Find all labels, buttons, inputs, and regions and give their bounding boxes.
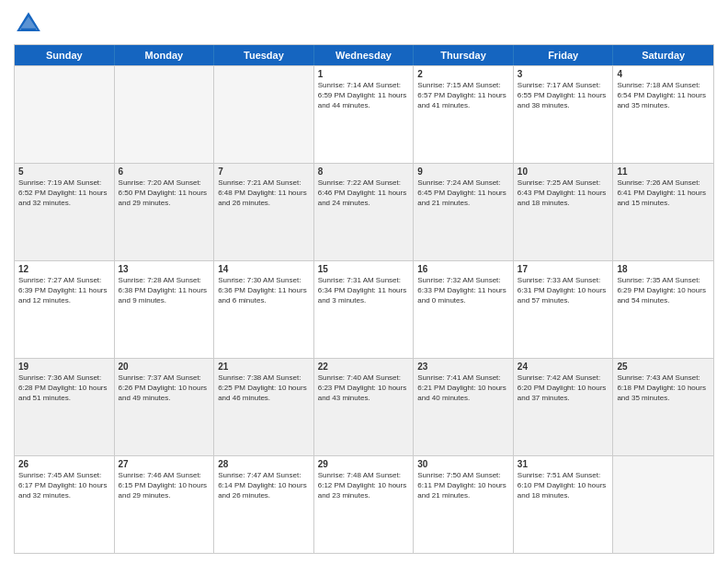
day-info-14: Sunrise: 7:30 AM Sunset: 6:36 PM Dayligh… xyxy=(218,276,310,305)
day-info-23: Sunrise: 7:41 AM Sunset: 6:21 PM Dayligh… xyxy=(417,373,509,403)
day-info-28: Sunrise: 7:47 AM Sunset: 6:14 PM Dayligh… xyxy=(218,471,310,500)
calendar: SundayMondayTuesdayWednesdayThursdayFrid… xyxy=(14,44,714,554)
day-cell-31: 31Sunrise: 7:51 AM Sunset: 6:10 PM Dayli… xyxy=(514,456,614,553)
day-cell-4: 4Sunrise: 7:18 AM Sunset: 6:54 PM Daylig… xyxy=(613,66,713,163)
day-number-7: 7 xyxy=(218,167,310,177)
day-cell-26: 26Sunrise: 7:45 AM Sunset: 6:17 PM Dayli… xyxy=(15,456,115,553)
day-info-26: Sunrise: 7:45 AM Sunset: 6:17 PM Dayligh… xyxy=(18,471,110,500)
day-number-16: 16 xyxy=(417,264,509,274)
day-info-27: Sunrise: 7:46 AM Sunset: 6:15 PM Dayligh… xyxy=(119,471,210,500)
day-cell-12: 12Sunrise: 7:27 AM Sunset: 6:39 PM Dayli… xyxy=(15,261,115,358)
day-cell-10: 10Sunrise: 7:25 AM Sunset: 6:43 PM Dayli… xyxy=(514,164,614,260)
day-info-19: Sunrise: 7:36 AM Sunset: 6:28 PM Dayligh… xyxy=(18,373,110,403)
day-cell-7: 7Sunrise: 7:21 AM Sunset: 6:48 PM Daylig… xyxy=(214,164,314,260)
day-cell-5: 5Sunrise: 7:19 AM Sunset: 6:52 PM Daylig… xyxy=(15,164,115,260)
day-info-7: Sunrise: 7:21 AM Sunset: 6:48 PM Dayligh… xyxy=(218,178,310,208)
day-info-2: Sunrise: 7:15 AM Sunset: 6:57 PM Dayligh… xyxy=(417,81,509,110)
day-cell-9: 9Sunrise: 7:24 AM Sunset: 6:45 PM Daylig… xyxy=(414,164,514,260)
day-info-31: Sunrise: 7:51 AM Sunset: 6:10 PM Dayligh… xyxy=(518,471,609,500)
calendar-header: SundayMondayTuesdayWednesdayThursdayFrid… xyxy=(15,45,713,65)
calendar-body: 1Sunrise: 7:14 AM Sunset: 6:59 PM Daylig… xyxy=(15,65,713,553)
logo-icon xyxy=(14,9,43,39)
day-number-26: 26 xyxy=(18,459,110,469)
calendar-week-5: 26Sunrise: 7:45 AM Sunset: 6:17 PM Dayli… xyxy=(15,455,713,553)
day-number-28: 28 xyxy=(218,459,310,469)
day-number-10: 10 xyxy=(518,167,609,177)
day-number-31: 31 xyxy=(518,459,609,469)
day-cell-2: 2Sunrise: 7:15 AM Sunset: 6:57 PM Daylig… xyxy=(414,66,514,163)
calendar-week-2: 5Sunrise: 7:19 AM Sunset: 6:52 PM Daylig… xyxy=(15,163,713,260)
day-number-30: 30 xyxy=(417,459,509,469)
calendar-week-3: 12Sunrise: 7:27 AM Sunset: 6:39 PM Dayli… xyxy=(15,260,713,358)
day-info-18: Sunrise: 7:35 AM Sunset: 6:29 PM Dayligh… xyxy=(617,276,710,305)
day-cell-27: 27Sunrise: 7:46 AM Sunset: 6:15 PM Dayli… xyxy=(115,456,215,553)
day-info-11: Sunrise: 7:26 AM Sunset: 6:41 PM Dayligh… xyxy=(617,178,710,208)
day-number-23: 23 xyxy=(417,362,509,372)
weekday-header-tuesday: Tuesday xyxy=(214,45,314,65)
day-number-11: 11 xyxy=(617,167,710,177)
day-number-3: 3 xyxy=(518,69,609,79)
day-info-25: Sunrise: 7:43 AM Sunset: 6:18 PM Dayligh… xyxy=(617,373,710,403)
day-number-2: 2 xyxy=(417,69,509,79)
day-info-10: Sunrise: 7:25 AM Sunset: 6:43 PM Dayligh… xyxy=(518,178,609,208)
day-number-4: 4 xyxy=(617,69,710,79)
day-cell-3: 3Sunrise: 7:17 AM Sunset: 6:55 PM Daylig… xyxy=(514,66,614,163)
day-info-20: Sunrise: 7:37 AM Sunset: 6:26 PM Dayligh… xyxy=(119,373,210,403)
day-number-8: 8 xyxy=(318,167,410,177)
day-number-29: 29 xyxy=(318,459,410,469)
empty-cell xyxy=(15,66,115,163)
day-info-29: Sunrise: 7:48 AM Sunset: 6:12 PM Dayligh… xyxy=(318,471,410,500)
weekday-header-sunday: Sunday xyxy=(15,45,115,65)
day-number-14: 14 xyxy=(218,264,310,274)
day-cell-28: 28Sunrise: 7:47 AM Sunset: 6:14 PM Dayli… xyxy=(214,456,314,553)
day-info-17: Sunrise: 7:33 AM Sunset: 6:31 PM Dayligh… xyxy=(518,276,609,305)
day-cell-29: 29Sunrise: 7:48 AM Sunset: 6:12 PM Dayli… xyxy=(314,456,415,553)
day-info-30: Sunrise: 7:50 AM Sunset: 6:11 PM Dayligh… xyxy=(417,471,509,500)
day-cell-13: 13Sunrise: 7:28 AM Sunset: 6:38 PM Dayli… xyxy=(115,261,215,358)
day-number-25: 25 xyxy=(617,362,710,372)
day-cell-14: 14Sunrise: 7:30 AM Sunset: 6:36 PM Dayli… xyxy=(214,261,314,358)
day-cell-22: 22Sunrise: 7:40 AM Sunset: 6:23 PM Dayli… xyxy=(314,359,415,455)
day-info-24: Sunrise: 7:42 AM Sunset: 6:20 PM Dayligh… xyxy=(518,373,609,403)
day-number-19: 19 xyxy=(18,362,110,372)
day-number-9: 9 xyxy=(417,167,509,177)
day-number-12: 12 xyxy=(18,264,110,274)
weekday-header-thursday: Thursday xyxy=(414,45,514,65)
page: SundayMondayTuesdayWednesdayThursdayFrid… xyxy=(0,0,728,563)
day-number-27: 27 xyxy=(119,459,210,469)
day-info-13: Sunrise: 7:28 AM Sunset: 6:38 PM Dayligh… xyxy=(119,276,210,305)
day-info-15: Sunrise: 7:31 AM Sunset: 6:34 PM Dayligh… xyxy=(318,276,410,305)
day-info-21: Sunrise: 7:38 AM Sunset: 6:25 PM Dayligh… xyxy=(218,373,310,403)
empty-cell xyxy=(214,66,314,163)
day-cell-20: 20Sunrise: 7:37 AM Sunset: 6:26 PM Dayli… xyxy=(115,359,215,455)
day-info-12: Sunrise: 7:27 AM Sunset: 6:39 PM Dayligh… xyxy=(18,276,110,305)
day-cell-16: 16Sunrise: 7:32 AM Sunset: 6:33 PM Dayli… xyxy=(414,261,514,358)
empty-cell xyxy=(613,456,713,553)
day-cell-15: 15Sunrise: 7:31 AM Sunset: 6:34 PM Dayli… xyxy=(314,261,415,358)
day-info-4: Sunrise: 7:18 AM Sunset: 6:54 PM Dayligh… xyxy=(617,81,710,110)
weekday-header-monday: Monday xyxy=(115,45,215,65)
day-info-22: Sunrise: 7:40 AM Sunset: 6:23 PM Dayligh… xyxy=(318,373,410,403)
day-number-6: 6 xyxy=(119,167,210,177)
day-number-22: 22 xyxy=(318,362,410,372)
day-cell-11: 11Sunrise: 7:26 AM Sunset: 6:41 PM Dayli… xyxy=(613,164,713,260)
day-cell-23: 23Sunrise: 7:41 AM Sunset: 6:21 PM Dayli… xyxy=(414,359,514,455)
day-cell-6: 6Sunrise: 7:20 AM Sunset: 6:50 PM Daylig… xyxy=(115,164,215,260)
logo xyxy=(14,9,47,39)
header xyxy=(14,9,714,39)
weekday-header-wednesday: Wednesday xyxy=(314,45,415,65)
empty-cell xyxy=(115,66,215,163)
day-cell-8: 8Sunrise: 7:22 AM Sunset: 6:46 PM Daylig… xyxy=(314,164,415,260)
day-cell-24: 24Sunrise: 7:42 AM Sunset: 6:20 PM Dayli… xyxy=(514,359,614,455)
day-number-5: 5 xyxy=(18,167,110,177)
svg-rect-2 xyxy=(21,29,36,31)
day-info-3: Sunrise: 7:17 AM Sunset: 6:55 PM Dayligh… xyxy=(518,81,609,110)
day-number-15: 15 xyxy=(318,264,410,274)
day-info-6: Sunrise: 7:20 AM Sunset: 6:50 PM Dayligh… xyxy=(119,178,210,208)
day-cell-19: 19Sunrise: 7:36 AM Sunset: 6:28 PM Dayli… xyxy=(15,359,115,455)
day-info-1: Sunrise: 7:14 AM Sunset: 6:59 PM Dayligh… xyxy=(318,81,410,110)
day-cell-30: 30Sunrise: 7:50 AM Sunset: 6:11 PM Dayli… xyxy=(414,456,514,553)
day-number-13: 13 xyxy=(119,264,210,274)
day-number-20: 20 xyxy=(119,362,210,372)
day-number-1: 1 xyxy=(318,69,410,79)
